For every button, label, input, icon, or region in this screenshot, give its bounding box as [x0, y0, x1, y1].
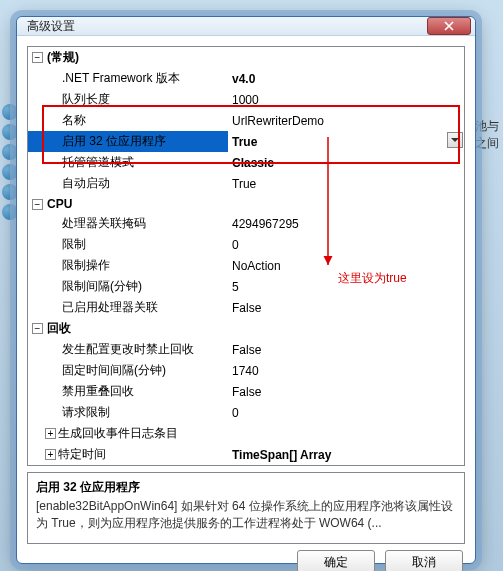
- property-value: 5: [232, 280, 239, 294]
- property-value: False: [232, 343, 261, 357]
- property-row[interactable]: 请求限制0: [28, 402, 464, 423]
- property-row[interactable]: 限制间隔(分钟)5: [28, 276, 464, 297]
- property-row[interactable]: 自动启动True: [28, 173, 464, 194]
- property-name: 限制操作: [62, 258, 110, 272]
- property-name: 禁用重叠回收: [62, 384, 134, 398]
- property-name: 自动启动: [62, 176, 110, 190]
- collapse-icon[interactable]: −: [32, 199, 43, 210]
- property-row[interactable]: 托管管道模式Classic: [28, 152, 464, 173]
- titlebar[interactable]: 高级设置: [17, 17, 475, 36]
- category-label: 回收: [47, 321, 71, 335]
- property-name: .NET Framework 版本: [62, 71, 180, 85]
- property-value: 1000: [232, 93, 259, 107]
- property-value: TimeSpan[] Array: [232, 448, 331, 462]
- property-grid[interactable]: −(常规).NET Framework 版本v4.0队列长度1000名称UrlR…: [27, 46, 465, 466]
- property-row[interactable]: 名称UrlRewriterDemo: [28, 110, 464, 131]
- property-name: 限制间隔(分钟): [62, 279, 142, 293]
- dropdown-button[interactable]: [447, 132, 463, 148]
- expand-icon[interactable]: +: [45, 428, 56, 439]
- property-row[interactable]: 启用 32 位应用程序True: [28, 131, 464, 152]
- property-row[interactable]: 队列长度1000: [28, 89, 464, 110]
- property-value: 1740: [232, 364, 259, 378]
- description-title: 启用 32 位应用程序: [36, 479, 456, 496]
- ok-button[interactable]: 确定: [297, 550, 375, 571]
- property-value: v4.0: [232, 72, 255, 86]
- property-value: False: [232, 301, 261, 315]
- category-row[interactable]: −回收: [28, 318, 464, 339]
- property-name: 固定时间间隔(分钟): [62, 363, 166, 377]
- property-value: UrlRewriterDemo: [232, 114, 324, 128]
- property-row[interactable]: 固定时间间隔(分钟)1740: [28, 360, 464, 381]
- property-value: False: [232, 385, 261, 399]
- property-row[interactable]: +生成回收事件日志条目: [28, 423, 464, 444]
- category-label: CPU: [47, 197, 72, 211]
- property-name: 处理器关联掩码: [62, 216, 146, 230]
- close-button[interactable]: [427, 17, 471, 35]
- category-row[interactable]: −(常规): [28, 47, 464, 68]
- description-panel: 启用 32 位应用程序 [enable32BitAppOnWin64] 如果针对…: [27, 472, 465, 544]
- category-row[interactable]: −CPU: [28, 194, 464, 213]
- property-value: NoAction: [232, 259, 281, 273]
- description-body: [enable32BitAppOnWin64] 如果针对 64 位操作系统上的应…: [36, 498, 456, 532]
- collapse-icon[interactable]: −: [32, 323, 43, 334]
- property-row[interactable]: 禁用重叠回收False: [28, 381, 464, 402]
- property-name: 启用 32 位应用程序: [62, 134, 166, 148]
- cancel-button[interactable]: 取消: [385, 550, 463, 571]
- property-value: 0: [232, 238, 239, 252]
- property-row[interactable]: 限制0: [28, 234, 464, 255]
- property-row[interactable]: 处理器关联掩码4294967295: [28, 213, 464, 234]
- collapse-icon[interactable]: −: [32, 52, 43, 63]
- property-row[interactable]: 已启用处理器关联False: [28, 297, 464, 318]
- property-name: 限制: [62, 237, 86, 251]
- property-name: 已启用处理器关联: [62, 300, 158, 314]
- expand-icon[interactable]: +: [45, 449, 56, 460]
- property-name: 托管管道模式: [62, 155, 134, 169]
- property-value: True: [232, 135, 257, 149]
- property-name: 队列长度: [62, 92, 110, 106]
- property-name: 生成回收事件日志条目: [58, 426, 178, 440]
- property-row[interactable]: .NET Framework 版本v4.0: [28, 68, 464, 89]
- property-row[interactable]: 限制操作NoAction: [28, 255, 464, 276]
- property-name: 特定时间: [58, 447, 106, 461]
- property-row[interactable]: +特定时间TimeSpan[] Array: [28, 444, 464, 465]
- property-name: 请求限制: [62, 405, 110, 419]
- property-name: 名称: [62, 113, 86, 127]
- property-value: Classic: [232, 156, 274, 170]
- property-value: 0: [232, 406, 239, 420]
- property-value: 4294967295: [232, 217, 299, 231]
- property-value: True: [232, 177, 256, 191]
- close-icon: [444, 21, 454, 31]
- property-name: 发生配置更改时禁止回收: [62, 342, 194, 356]
- property-row[interactable]: 发生配置更改时禁止回收False: [28, 339, 464, 360]
- category-label: (常规): [47, 50, 79, 64]
- advanced-settings-dialog: 高级设置 −(常规).NET Framework 版本v4.0队列长度1000名…: [16, 16, 476, 564]
- window-title: 高级设置: [27, 18, 427, 35]
